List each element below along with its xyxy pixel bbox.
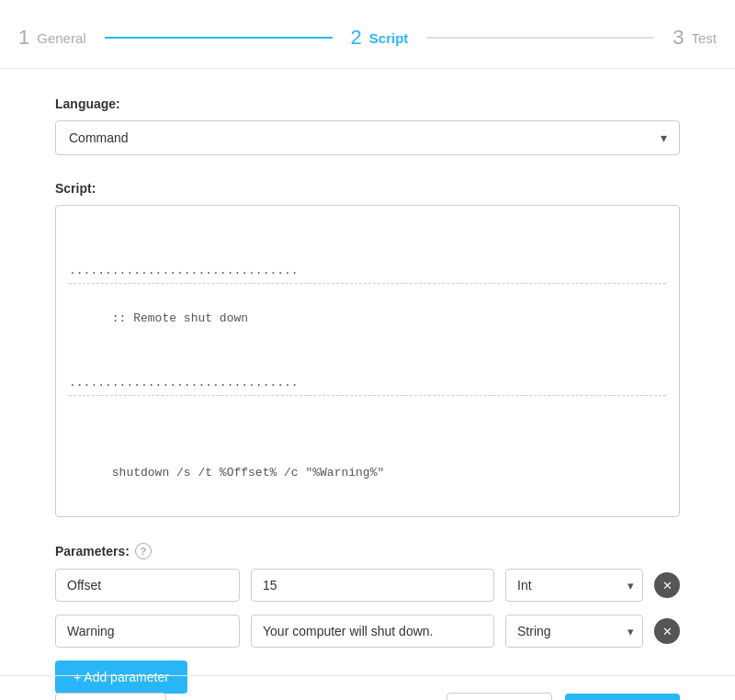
param-type-select-1[interactable]: Int String Bool Float — [505, 615, 643, 648]
param-type-wrapper-1: Int String Bool Float — [505, 615, 643, 648]
footer-right: CANCEL NEXT STEP — [447, 693, 680, 700]
script-editor[interactable]: ................................ :: Remo… — [55, 205, 680, 517]
script-dotted-2: ................................ — [69, 372, 666, 396]
language-label: Language: — [55, 96, 680, 111]
language-select[interactable]: CommandPowerShellBashPython — [55, 120, 680, 155]
param-delete-1[interactable]: ✕ — [654, 618, 680, 644]
step-general[interactable]: 1 General — [0, 26, 105, 50]
script-line-command: shutdown /s /t %Offset% /c "%Warning%" — [112, 466, 384, 480]
param-row-1: Int String Bool Float ✕ — [55, 615, 680, 648]
param-type-select-0[interactable]: Int String Bool Float — [505, 569, 643, 602]
script-label: Script: — [55, 181, 680, 196]
language-dropdown-wrapper: CommandPowerShellBashPython — [55, 120, 680, 155]
stepper: 1 General 2 Script 3 Test — [0, 0, 735, 69]
param-delete-0[interactable]: ✕ — [654, 572, 680, 598]
step-general-label: General — [37, 30, 85, 46]
param-row-0: Int String Bool Float ✕ — [55, 569, 680, 602]
param-type-wrapper-0: Int String Bool Float — [505, 569, 643, 602]
footer: PREVIOUS CANCEL NEXT STEP — [0, 675, 735, 700]
param-value-0[interactable] — [251, 569, 494, 602]
step-line-2 — [426, 37, 654, 39]
step-test-label: Test — [691, 30, 717, 46]
step-script[interactable]: 2 Script — [333, 26, 427, 50]
main-content: Language: CommandPowerShellBashPython Sc… — [0, 69, 735, 700]
step-script-label: Script — [369, 30, 409, 46]
cancel-button[interactable]: CANCEL — [447, 693, 552, 700]
previous-button[interactable]: PREVIOUS — [55, 693, 166, 700]
step-line-1 — [105, 37, 333, 39]
param-value-1[interactable] — [251, 615, 494, 648]
step-script-number: 2 — [351, 26, 362, 50]
param-name-1[interactable] — [55, 615, 240, 648]
step-general-number: 1 — [18, 26, 29, 50]
script-field-group: Script: ................................… — [55, 181, 680, 517]
script-dotted-1: ................................ — [69, 260, 666, 284]
language-field-group: Language: CommandPowerShellBashPython — [55, 96, 680, 155]
step-test-number: 3 — [673, 26, 684, 50]
parameters-help-icon[interactable]: ? — [135, 543, 152, 559]
param-name-0[interactable] — [55, 569, 240, 602]
step-test[interactable]: 3 Test — [654, 26, 735, 50]
parameters-field-group: Parameters: ? Int String Bool Float ✕ — [55, 543, 680, 694]
script-line-comment: :: Remote shut down — [112, 311, 248, 325]
parameters-label: Parameters: ? — [55, 543, 680, 559]
next-step-button[interactable]: NEXT STEP — [565, 694, 680, 700]
